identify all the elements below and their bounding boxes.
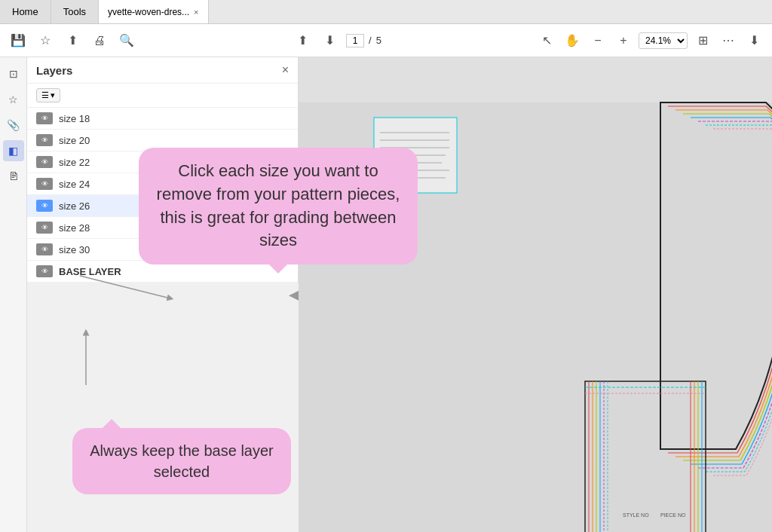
search-icon[interactable]: 🔍	[116, 30, 137, 51]
download-icon[interactable]: ⬇	[743, 30, 764, 51]
tab-close-button[interactable]: ×	[194, 8, 198, 17]
layers-panel-container: Layers × ☰ ▾ 👁 size 18 👁 size 20 👁	[27, 57, 299, 532]
fit-icon[interactable]: ⊞	[692, 30, 713, 51]
expand-icon[interactable]: ⋯	[718, 30, 739, 51]
tab-tools[interactable]: Tools	[51, 0, 99, 23]
copy-icon[interactable]: ⊡	[3, 63, 24, 84]
layer-name: size 20	[59, 135, 90, 146]
layers-toolbar: ☰ ▾	[27, 84, 298, 108]
tab-tools-label: Tools	[63, 6, 86, 17]
layer-name: size 30	[59, 244, 90, 255]
export-sidebar-icon[interactable]: 🖹	[3, 166, 24, 187]
main-layout: ⊡ ☆ 📎 ◧ 🖹 Layers × ☰ ▾ 👁 size 18	[0, 57, 772, 532]
tab-home[interactable]: Home	[0, 0, 51, 23]
tooltip-bubble-top: Click each size you want to remove from …	[139, 148, 418, 264]
layer-name: size 26	[59, 200, 90, 212]
zoom-out-icon[interactable]: −	[587, 30, 608, 51]
prev-page-icon[interactable]: ⬆	[292, 30, 313, 51]
layers-view-btn[interactable]: ☰ ▾	[36, 88, 60, 102]
sidebar-icons: ⊡ ☆ 📎 ◧ 🖹	[0, 57, 27, 532]
hand-icon[interactable]: ✋	[562, 30, 583, 51]
layer-name-base: BASE LAYER	[59, 266, 121, 277]
view-arrow-icon: ▾	[51, 90, 55, 100]
layer-item-size18[interactable]: 👁 size 18	[27, 108, 298, 130]
view-icon: ☰	[41, 90, 49, 100]
layer-visibility-icon: 👁	[36, 134, 53, 146]
pattern-svg: YVETTE_MODEL STYLE NO PIECE NO	[299, 57, 772, 532]
zoom-select[interactable]: 24.1%	[639, 32, 688, 49]
page-nav: 1 / 5	[346, 34, 381, 47]
svg-rect-2	[299, 57, 772, 102]
layer-name: size 24	[59, 179, 90, 190]
layers-header: Layers ×	[27, 57, 298, 84]
toolbar: 💾 ☆ ⬆ 🖨 🔍 ⬆ ⬇ 1 / 5 ↖ ✋ − + 24.1% ⊞ ⋯ ⬇	[0, 24, 772, 57]
layer-visibility-icon: 👁	[36, 200, 53, 212]
bookmark-sidebar-icon[interactable]: ☆	[3, 89, 24, 110]
layers-sidebar-icon[interactable]: ◧	[3, 140, 24, 161]
upload-icon[interactable]: ⬆	[62, 30, 83, 51]
tab-file[interactable]: yvette-woven-dres... ×	[99, 0, 208, 23]
print-icon[interactable]: 🖨	[89, 30, 110, 51]
bookmark-toolbar-icon[interactable]: ☆	[35, 30, 56, 51]
layer-visibility-icon: 👁	[36, 243, 53, 255]
arrow-to-base-layer	[63, 325, 109, 385]
tooltip-bottom-text: Always keep the base layer selected	[90, 442, 273, 480]
layer-name: size 28	[59, 222, 90, 234]
layer-visibility-icon: 👁	[36, 222, 53, 234]
save-icon[interactable]: 💾	[8, 30, 29, 51]
layers-close-button[interactable]: ×	[282, 63, 289, 77]
next-page-icon[interactable]: ⬇	[319, 30, 340, 51]
svg-text:PIECE NO: PIECE NO	[660, 512, 686, 518]
cursor-icon[interactable]: ↖	[536, 30, 557, 51]
layer-name: size 18	[59, 113, 90, 124]
tab-home-label: Home	[12, 6, 38, 17]
tooltip-top-text: Click each size you want to remove from …	[157, 161, 400, 249]
tab-bar: Home Tools yvette-woven-dres... ×	[0, 0, 772, 24]
layer-visibility-icon: 👁	[36, 156, 53, 168]
page-input[interactable]: 1	[346, 34, 364, 47]
tab-file-label: yvette-woven-dres...	[108, 7, 189, 17]
page-separator: /	[369, 35, 372, 46]
layers-title: Layers	[36, 64, 72, 77]
layer-visibility-icon: 👁	[36, 178, 53, 190]
layer-name: size 22	[59, 157, 90, 168]
content-area: YVETTE_MODEL STYLE NO PIECE NO	[299, 57, 772, 532]
svg-text:STYLE NO: STYLE NO	[623, 512, 649, 518]
layer-visibility-icon: 👁	[36, 112, 53, 124]
page-total: 5	[376, 35, 381, 46]
tooltip-bubble-bottom: Always keep the base layer selected	[72, 428, 291, 494]
layer-visibility-icon: 👁	[36, 265, 53, 277]
zoom-in-icon[interactable]: +	[613, 30, 634, 51]
attachment-icon[interactable]: 📎	[3, 115, 24, 136]
